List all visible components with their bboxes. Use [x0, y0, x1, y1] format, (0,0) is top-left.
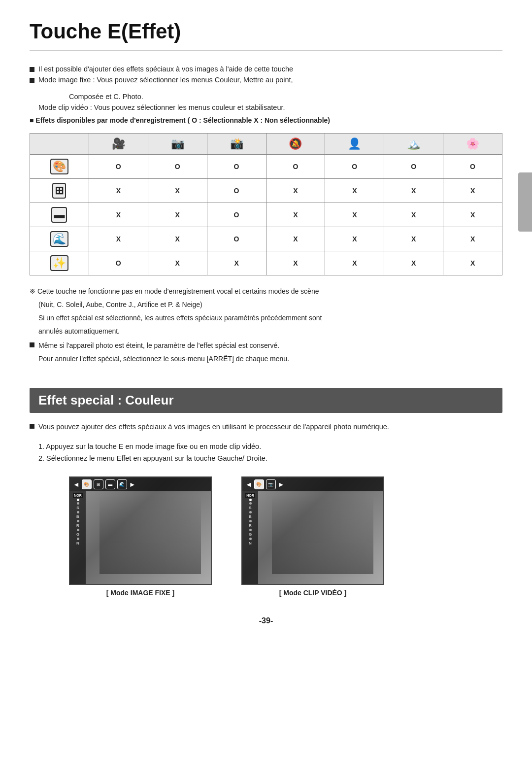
table-row-4: 🌊 X X O X X X X: [30, 227, 502, 251]
col-icon-6: 🏔️: [384, 134, 443, 155]
table-row-1: 🎨 O O O O O O O: [30, 155, 502, 179]
section-content-list: Vous pouvez ajouter des effets spéciaux …: [30, 422, 502, 433]
side-tab: [518, 172, 532, 232]
screenshot-clip-video: ◄ 🎨 📷 ► NOR S: [241, 476, 384, 597]
arrow-left-2: ◄: [245, 480, 252, 488]
section-steps: 1. Appuyez sur la touche E en mode image…: [38, 441, 502, 465]
screenshots-row: ◄ 🎨 ⊞ ▬ 🌊 ►: [69, 476, 502, 597]
cam-ui-2: ◄ 🎨 📷 ► NOR S: [242, 477, 383, 584]
note-star-4: annulés automatiquement.: [38, 326, 502, 337]
row-icon-4: 🌊: [30, 227, 89, 251]
row-icon-5: ✨: [30, 251, 89, 275]
note-star-1: ※ Cette touche ne fonctionne pas en mode…: [30, 286, 502, 297]
col-icon-7: 🌸: [443, 134, 502, 155]
page-number: -39-: [30, 616, 502, 625]
note-bullet-2: Pour annuler l'effet spécial, sélectionn…: [38, 354, 502, 364]
cam-icon-a: ⊞: [94, 479, 103, 489]
step-2: 2. Sélectionnez le menu Effet en appuyan…: [38, 452, 502, 465]
arrow-left-1: ◄: [73, 480, 80, 488]
section-heading: Effet special : Couleur: [30, 388, 502, 413]
note-bullet-1: Même si l'appareil photo est éteint, le …: [30, 340, 502, 351]
cam-active-icon-2: 🎨: [254, 479, 264, 489]
col-icon-3: 📸: [207, 134, 266, 155]
col-icon-2: 📷: [148, 134, 207, 155]
cam-icon-c: 🌊: [117, 479, 127, 489]
bullet-icon-1: [30, 67, 34, 72]
cam-icon-d: 📷: [266, 479, 276, 489]
intro-item-1: Il est possible d'ajouter des effets spé…: [30, 65, 502, 73]
notes-section: ※ Cette touche ne fonctionne pas en mode…: [30, 286, 502, 364]
col-icon-4: 🔕: [266, 134, 325, 155]
couple-silhouette-2: [272, 495, 373, 574]
table-row-2: ⊞ X X O X X X X: [30, 179, 502, 203]
bullet-note-1: [30, 342, 34, 347]
cam-icon-b: ▬: [105, 479, 115, 489]
arrow-right-1: ►: [129, 480, 136, 488]
intro-list: Il est possible d'ajouter des effets spé…: [30, 65, 502, 84]
couple-silhouette-1: [100, 495, 201, 574]
section-bullet-1: Vous pouvez ajouter des effets spéciaux …: [30, 422, 502, 433]
note-star-3: Si un effet spécial est sélectionné, les…: [38, 313, 502, 323]
screenshot-box-1: ◄ 🎨 ⊞ ▬ 🌊 ►: [69, 476, 212, 585]
screenshot-box-2: ◄ 🎨 📷 ► NOR S: [241, 476, 384, 585]
intro-indent-fixe: Composée et C. Photo.: [69, 93, 502, 101]
row-icon-3: ▬: [30, 203, 89, 227]
cam-top-bar-2: ◄ 🎨 📷 ►: [242, 477, 383, 491]
page-title: Touche E(Effet): [30, 20, 502, 51]
note-star-2: (Nuit, C. Soleil, Aube, Contre J., Artif…: [38, 300, 502, 310]
intro-clip: Mode clip vidéo : Vous pouvez sélectionn…: [38, 103, 502, 111]
bullet-icon-2: [30, 78, 34, 83]
cam-active-icon-1: 🎨: [82, 479, 92, 489]
cam-left-bar-1: NOR S B R G N: [70, 491, 86, 584]
effects-note: ■ Effets disponibles par mode d'enregist…: [30, 116, 502, 124]
page: Touche E(Effet) Il est possible d'ajoute…: [0, 0, 532, 781]
table-row-5: ✨ O X X X X X X: [30, 251, 502, 275]
cam-ui-1: ◄ 🎨 ⊞ ▬ 🌊 ►: [70, 477, 211, 584]
section-bullet-icon: [30, 424, 34, 429]
cam-top-bar-1: ◄ 🎨 ⊞ ▬ 🌊 ►: [70, 477, 211, 491]
table-header-empty: [30, 134, 89, 155]
col-icon-1: 🎥: [89, 134, 148, 155]
screenshot-image-fixe: ◄ 🎨 ⊞ ▬ 🌊 ►: [69, 476, 212, 597]
arrow-right-2: ►: [278, 480, 285, 488]
screenshot-caption-1: [ Mode IMAGE FIXE ]: [106, 589, 174, 597]
effect-table: 🎥 📷 📸 🔕 👤 🏔️ 🌸: [30, 133, 502, 275]
col-icon-5: 👤: [325, 134, 384, 155]
row-icon-1: 🎨: [30, 155, 89, 179]
intro-item-2: Mode image fixe : Vous pouvez sélectionn…: [30, 76, 502, 84]
cam-left-bar-2: NOR S B R G N: [242, 491, 258, 584]
table-row-3: ▬ X X O X X X X: [30, 203, 502, 227]
row-icon-2: ⊞: [30, 179, 89, 203]
screenshot-caption-2: [ Mode CLIP VIDÉO ]: [279, 589, 347, 597]
step-1: 1. Appuyez sur la touche E en mode image…: [38, 441, 502, 453]
